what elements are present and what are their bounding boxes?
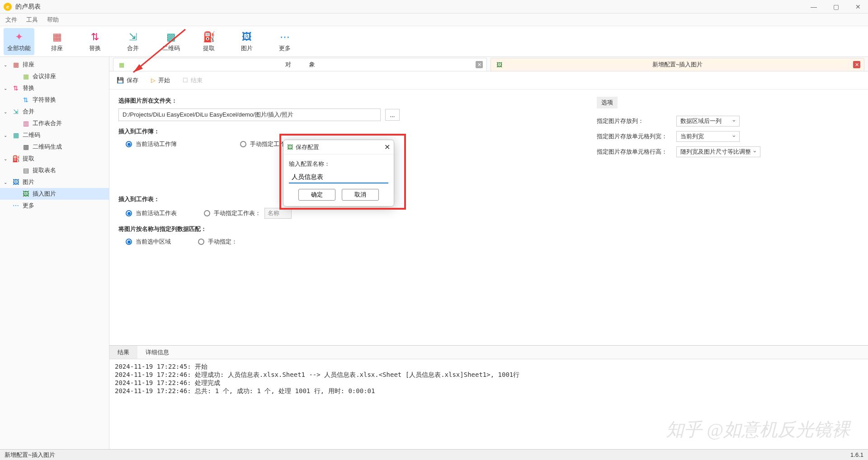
toolbar-icon: ⇅ xyxy=(89,31,101,43)
toolbar-icon: ▩ xyxy=(165,31,177,43)
tab-object[interactable]: ▦ 对 象 ✕ xyxy=(113,58,487,71)
match-label: 将图片按名称与指定列数据匹配： xyxy=(118,225,579,233)
maximize-button[interactable]: ▢ xyxy=(830,3,843,10)
toolbar-二维码[interactable]: ▩二维码 xyxy=(156,28,186,55)
tree-image-insert[interactable]: 🖼插入图片 xyxy=(0,188,109,200)
menu-help[interactable]: 帮助 xyxy=(47,16,59,24)
end-button[interactable]: ☐结束 xyxy=(183,76,203,84)
tab-close-icon[interactable]: ✕ xyxy=(853,61,860,68)
titlebar: e 的卢易表 — ▢ ✕ xyxy=(0,0,868,14)
save-icon: 💾 xyxy=(117,77,124,84)
tree-merge-sheet[interactable]: ▥工作表合并 xyxy=(0,117,109,129)
status-version: 1.6.1 xyxy=(850,451,863,458)
tree-qrcode[interactable]: ⌄▩二维码 xyxy=(0,129,109,141)
toolbar-icon: ▦ xyxy=(51,31,63,43)
log-panel: 结果 详细信息 2024-11-19 17:22:45: 开始 2024-11-… xyxy=(109,345,868,449)
start-button[interactable]: ▷开始 xyxy=(151,76,170,84)
dialog-label: 输入配置名称： xyxy=(289,160,388,168)
tree-replace[interactable]: ⌄⇅替换 xyxy=(0,82,109,94)
tree-qrcode-gen[interactable]: ▩二维码生成 xyxy=(0,141,109,153)
menubar: 文件 工具 帮助 xyxy=(0,14,868,26)
tree-extract-table[interactable]: ▤提取表名 xyxy=(0,164,109,176)
menu-file[interactable]: 文件 xyxy=(5,16,17,24)
tab-strip: ▦ 对 象 ✕ 🖼 新增配置~插入图片 ✕ xyxy=(109,57,868,71)
save-button[interactable]: 💾保存 xyxy=(117,76,138,84)
config-name-input[interactable] xyxy=(289,172,388,183)
save-config-dialog: 🖼 保存配置 ✕ 输入配置名称： 确定 取消 xyxy=(283,140,394,207)
toolbar-icon: ⛽ xyxy=(203,31,215,43)
tree-seat[interactable]: ⌄▦排座 xyxy=(0,59,109,70)
dialog-close-icon[interactable]: ✕ xyxy=(384,143,390,151)
browse-button[interactable]: ... xyxy=(385,109,400,121)
play-icon: ▷ xyxy=(151,77,156,84)
toolbar-icon: ⋯ xyxy=(278,31,291,43)
radio-match-selection[interactable] xyxy=(126,239,132,245)
options-panel: 选项 指定图片存放列：数据区域后一列 指定图片存放单元格列宽：当前列宽 指定图片… xyxy=(588,89,868,345)
ok-button[interactable]: 确定 xyxy=(298,189,335,201)
tree-more[interactable]: ⋯更多 xyxy=(0,200,109,211)
close-button[interactable]: ✕ xyxy=(852,3,864,10)
grid-icon: ▦ xyxy=(119,61,124,68)
folder-path-input[interactable]: D:/Projects/DiLu EasyExcel/DiLu EasyExce… xyxy=(118,108,381,121)
stop-icon: ☐ xyxy=(183,77,188,84)
statusbar: 新增配置~插入图片 1.6.1 xyxy=(0,449,868,460)
toolbar-图片[interactable]: 🖼图片 xyxy=(231,28,262,55)
dialog-title: 保存配置 xyxy=(296,143,319,151)
folder-label: 选择图片所在文件夹： xyxy=(118,97,579,105)
toolbar-替换[interactable]: ⇅替换 xyxy=(80,28,110,55)
worksheet-name-select[interactable]: 名称 xyxy=(264,208,292,219)
tree-replace-char[interactable]: ⇅字符替换 xyxy=(0,94,109,106)
log-body: 2024-11-19 17:22:45: 开始 2024-11-19 17:22… xyxy=(109,359,868,449)
cancel-button[interactable]: 取消 xyxy=(342,189,379,201)
radio-workbook-active[interactable] xyxy=(126,141,132,147)
tab-close-icon[interactable]: ✕ xyxy=(476,61,483,68)
menu-tool[interactable]: 工具 xyxy=(26,16,38,24)
toolbar-合并[interactable]: ⇲合并 xyxy=(118,28,148,55)
toolbar-提取[interactable]: ⛽提取 xyxy=(193,28,224,55)
width-select[interactable]: 当前列宽 xyxy=(676,131,740,142)
log-tab-result[interactable]: 结果 xyxy=(109,346,137,359)
radio-match-manual[interactable] xyxy=(198,239,204,245)
tree-merge[interactable]: ⌄⇲合并 xyxy=(0,106,109,117)
radio-worksheet-manual[interactable] xyxy=(204,210,210,216)
toolbar-排座[interactable]: ▦排座 xyxy=(42,28,72,55)
sidebar: ⌄▦排座 ▦会议排座 ⌄⇅替换 ⇅字符替换 ⌄⇲合并 ▥工作表合并 ⌄▩二维码 … xyxy=(0,57,109,449)
tree-extract[interactable]: ⌄⛽提取 xyxy=(0,153,109,164)
height-select[interactable]: 随列宽及图片尺寸等比调整 xyxy=(676,146,760,157)
toolbar-更多[interactable]: ⋯更多 xyxy=(269,28,300,55)
toolbar-icon: ⇲ xyxy=(127,31,139,43)
toolbar-全部功能[interactable]: ✦全部功能 xyxy=(4,28,34,55)
tree-seat-meeting[interactable]: ▦会议排座 xyxy=(0,70,109,82)
window-title: 的卢易表 xyxy=(15,3,807,11)
form-panel: 选择图片所在文件夹： D:/Projects/DiLu EasyExcel/Di… xyxy=(109,89,588,345)
action-bar: 💾保存 ▷开始 ☐结束 xyxy=(109,71,868,89)
col-select[interactable]: 数据区域后一列 xyxy=(676,116,740,127)
tab-newconfig[interactable]: 🖼 新增配置~插入图片 ✕ xyxy=(491,58,864,71)
app-icon: e xyxy=(4,3,12,11)
toolbar-icon: 🖼 xyxy=(241,31,253,43)
status-left: 新增配置~插入图片 xyxy=(5,451,55,459)
image-icon: 🖼 xyxy=(496,61,502,68)
minimize-button[interactable]: — xyxy=(807,3,821,10)
radio-worksheet-active[interactable] xyxy=(126,210,132,216)
radio-workbook-manual[interactable] xyxy=(240,141,246,147)
log-tab-detail[interactable]: 详细信息 xyxy=(137,346,177,359)
image-icon: 🖼 xyxy=(287,144,293,150)
workbook-label: 插入到工作簿： xyxy=(118,127,579,136)
options-header: 选项 xyxy=(597,97,618,108)
tree-image[interactable]: ⌄🖼图片 xyxy=(0,176,109,188)
toolbar-icon: ✦ xyxy=(13,31,25,43)
main-toolbar: ✦全部功能▦排座⇅替换⇲合并▩二维码⛽提取🖼图片⋯更多 xyxy=(0,26,868,57)
